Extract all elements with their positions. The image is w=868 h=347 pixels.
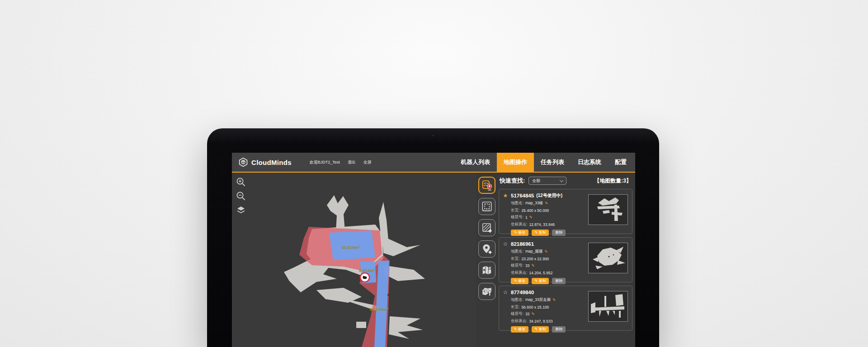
zoom-out-icon[interactable] <box>236 191 246 201</box>
pencil-icon: ✎ <box>535 327 538 331</box>
origin-value: 12.874, 33.946 <box>529 222 555 227</box>
delete-button[interactable]: 删除 <box>552 278 566 284</box>
edit-pencil-icon[interactable]: ✎ <box>529 215 533 220</box>
pencil-icon: ✎ <box>535 230 538 234</box>
map-thumbnail <box>588 291 628 322</box>
floor-value: 33 <box>525 263 529 268</box>
dimensions-value: 56.600 x 25.100 <box>521 305 549 309</box>
desktop-background: CloudMinds 欢迎BJDT2_Test 退出 全屏 机器人列表 地图操作… <box>0 0 868 347</box>
area-label-3: 80.215m² <box>370 307 388 312</box>
dimensions-value: 25.400 x 50.000 <box>521 208 549 213</box>
tab-configuration[interactable]: 配置 <box>608 153 633 172</box>
origin-value: 14.204, 5.952 <box>529 271 552 275</box>
map-card[interactable]: ★ 51764845 (12号使用中) 地图名:map_33楼✎ 长宽:25.4… <box>499 189 632 234</box>
tool-column <box>476 173 497 347</box>
field-label: 楼层号: <box>511 215 524 220</box>
field-label: 楼层号: <box>511 311 524 317</box>
session-links: 欢迎BJDT2_Test 退出 全屏 <box>310 159 372 165</box>
pencil-icon: ✎ <box>514 279 517 283</box>
field-label: 长宽: <box>511 256 519 262</box>
map-name-value: map_33层走廊 <box>525 297 551 303</box>
modify-button[interactable]: ✎修改 <box>511 230 528 236</box>
tab-task-list[interactable]: 任务列表 <box>534 153 571 172</box>
navbar: CloudMinds 欢迎BJDT2_Test 退出 全屏 机器人列表 地图操作… <box>232 153 635 173</box>
map-thumbnail <box>588 243 628 273</box>
delete-button[interactable]: 删除 <box>552 230 566 236</box>
modify-button[interactable]: ✎修改 <box>511 278 528 284</box>
tab-log-system[interactable]: 日志系统 <box>571 153 608 172</box>
quick-search-select[interactable]: 全部 <box>528 177 566 185</box>
cloudminds-logo-icon <box>238 157 248 167</box>
fullscreen-link[interactable]: 全屏 <box>363 159 372 165</box>
map-id: 51764845 <box>511 193 534 198</box>
favorite-star-icon[interactable]: ☆ <box>502 241 509 247</box>
pencil-icon: ✎ <box>535 279 538 283</box>
map-thumbnail <box>588 194 628 225</box>
favorite-star-icon[interactable]: ☆ <box>502 289 509 295</box>
tool-select-region-button[interactable] <box>478 198 495 215</box>
field-label: 坐标原点: <box>511 270 527 276</box>
delete-button[interactable]: 删除 <box>552 326 566 333</box>
app-screen: CloudMinds 欢迎BJDT2_Test 退出 全屏 机器人列表 地图操作… <box>232 153 635 347</box>
area-label-1: 40.519m² <box>342 245 360 250</box>
map-area[interactable]: 40.519m² 8.614m² 80.215m² <box>232 173 476 347</box>
edit-pencil-icon[interactable]: ✎ <box>531 312 535 316</box>
panel-header: 快速查找: 全部 【地图数量:3】 <box>499 173 632 189</box>
quick-search-selected-value: 全部 <box>532 178 540 184</box>
robot-marker-icon[interactable] <box>360 273 369 282</box>
copy-button[interactable]: ✎复制 <box>532 326 549 333</box>
favorite-star-icon[interactable]: ★ <box>502 192 509 199</box>
map-id: 82186961 <box>511 241 534 247</box>
hatched-area-plus-icon <box>481 222 493 234</box>
map-canvas[interactable]: 40.519m² 8.614m² 80.215m² <box>232 173 476 347</box>
tool-add-point-button[interactable] <box>478 240 495 258</box>
select-region-icon <box>481 201 493 212</box>
map-card[interactable]: ☆ 87749840 地图名:map_33层走廊✎ 长宽:56.600 x 25… <box>499 286 632 331</box>
upload-map-icon <box>481 286 493 297</box>
brand: CloudMinds <box>238 157 292 167</box>
field-label: 坐标原点: <box>511 222 527 227</box>
card-actions: ✎修改 ✎复制 删除 <box>511 326 628 333</box>
field-label: 楼层号: <box>511 263 524 268</box>
logout-link[interactable]: 退出 <box>348 159 356 165</box>
field-label: 地图名: <box>511 249 524 254</box>
edit-pencil-icon[interactable]: ✎ <box>552 298 556 302</box>
webcam-dot <box>432 135 434 136</box>
map-in-use-badge: (12号使用中) <box>536 192 562 199</box>
copy-button[interactable]: ✎复制 <box>532 278 549 284</box>
edit-pencil-icon[interactable]: ✎ <box>544 249 548 254</box>
edit-pencil-icon[interactable]: ✎ <box>545 201 548 206</box>
map-list-panel: 快速查找: 全部 【地图数量:3】 ★ 51764845 <box>497 173 635 347</box>
map-name-value: map_33楼 <box>525 201 543 206</box>
task-map-pin-icon <box>481 179 493 191</box>
dimensions-value: 23.200 x 22.900 <box>521 257 549 261</box>
map-count-badge: 【地图数量:3】 <box>594 177 632 185</box>
card-actions: ✎修改 ✎复制 删除 <box>511 278 628 284</box>
map-card-list: ★ 51764845 (12号使用中) 地图名:map_33楼✎ 长宽:25.4… <box>499 189 632 347</box>
map-card[interactable]: ☆ 82186961 地图名:map_腿腿✎ 长宽:23.200 x 22.90… <box>499 237 632 282</box>
modify-button[interactable]: ✎修改 <box>511 326 528 333</box>
tool-add-virtual-wall-button[interactable] <box>478 219 495 236</box>
add-point-pin-icon <box>481 243 493 255</box>
floor-value: 1 <box>525 215 528 220</box>
tool-map-marker-button[interactable] <box>478 262 495 279</box>
copy-button[interactable]: ✎复制 <box>532 230 549 236</box>
content: 40.519m² 8.614m² 80.215m² <box>232 173 635 347</box>
main-nav: 机器人列表 地图操作 任务列表 日志系统 配置 <box>454 153 635 172</box>
field-label: 坐标原点: <box>511 319 527 324</box>
laptop-frame: CloudMinds 欢迎BJDT2_Test 退出 全屏 机器人列表 地图操作… <box>207 128 659 347</box>
quick-search-label: 快速查找: <box>500 177 525 185</box>
tool-upload-map-button[interactable] <box>478 283 495 300</box>
tool-task-map-button[interactable] <box>478 177 495 194</box>
card-actions: ✎修改 ✎复制 删除 <box>511 230 628 236</box>
tab-map-operations[interactable]: 地图操作 <box>497 153 534 172</box>
tab-robot-list[interactable]: 机器人列表 <box>454 153 497 172</box>
chevron-down-icon <box>560 178 563 182</box>
layers-icon[interactable] <box>236 205 246 215</box>
folded-map-pin-icon <box>481 264 493 276</box>
floor-value: 33 <box>525 312 529 316</box>
pencil-icon: ✎ <box>514 327 517 331</box>
zoom-in-icon[interactable] <box>236 177 246 187</box>
welcome-text: 欢迎BJDT2_Test <box>310 159 340 165</box>
edit-pencil-icon[interactable]: ✎ <box>531 263 535 268</box>
